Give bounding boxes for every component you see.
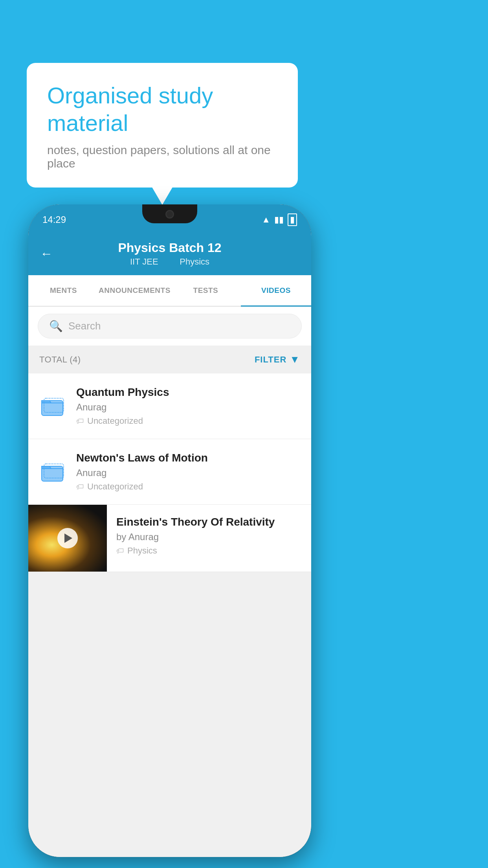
bubble-title: Organised study material (47, 82, 277, 136)
list-item[interactable]: Einstein's Theory Of Relativity by Anura… (28, 505, 311, 572)
speech-bubble: Organised study material notes, question… (27, 63, 298, 188)
tag-label: Uncategorized (87, 416, 143, 426)
video-list: Quantum Physics Anurag 🏷 Uncategorized (28, 373, 311, 572)
folder-icon (41, 395, 65, 417)
tab-ments[interactable]: MENTS (28, 275, 99, 306)
tag-icon: 🏷 (76, 417, 84, 426)
filter-button[interactable]: FILTER ▼ (255, 353, 300, 366)
wifi-icon: ▲ (262, 215, 270, 225)
search-icon: 🔍 (49, 320, 63, 333)
search-bar[interactable]: 🔍 Search (38, 314, 302, 338)
tab-announcements[interactable]: ANNOUNCEMENTS (99, 275, 171, 306)
filter-row: TOTAL (4) FILTER ▼ (28, 346, 311, 373)
filter-icon: ▼ (290, 353, 300, 366)
phone-frame: 14:29 ▲ ▮▮ ▮ ← Physics Batch 12 IIT JEE … (28, 204, 311, 857)
folder-icon (41, 461, 65, 483)
status-icons: ▲ ▮▮ ▮ (262, 210, 297, 226)
filter-label: FILTER (255, 355, 286, 365)
play-button[interactable] (57, 528, 78, 548)
tag-label: Physics (127, 546, 157, 556)
speech-bubble-wrapper: Organised study material notes, question… (27, 63, 298, 188)
header-subtitle-iit: IIT JEE (130, 257, 158, 267)
total-label: TOTAL (4) (39, 355, 81, 365)
video-tag: 🏷 Physics (116, 546, 302, 556)
video-info: Newton's Laws of Motion Anurag 🏷 Uncateg… (76, 452, 300, 492)
tag-label: Uncategorized (87, 482, 143, 492)
app-header: ← Physics Batch 12 IIT JEE Physics (28, 232, 311, 275)
play-triangle-icon (64, 533, 72, 543)
video-info: Quantum Physics Anurag 🏷 Uncategorized (76, 386, 300, 426)
video-title: Quantum Physics (76, 386, 300, 399)
battery-icon: ▮ (288, 213, 297, 226)
list-item[interactable]: Newton's Laws of Motion Anurag 🏷 Uncateg… (28, 439, 311, 505)
video-info: Einstein's Theory Of Relativity by Anura… (107, 505, 311, 567)
video-author: by Anurag (116, 531, 302, 542)
tabs-bar: MENTS ANNOUNCEMENTS TESTS VIDEOS (28, 275, 311, 307)
bubble-subtitle: notes, question papers, solutions all at… (47, 143, 277, 170)
tag-icon: 🏷 (76, 482, 84, 491)
video-title: Einstein's Theory Of Relativity (116, 516, 302, 528)
video-tag: 🏷 Uncategorized (76, 416, 300, 426)
search-placeholder: Search (68, 320, 101, 332)
video-author: Anurag (76, 467, 300, 478)
status-time: 14:29 (42, 211, 66, 225)
video-author: Anurag (76, 402, 300, 413)
back-button[interactable]: ← (40, 246, 53, 261)
content-area: 🔍 Search TOTAL (4) FILTER ▼ (28, 307, 311, 857)
tag-icon: 🏷 (116, 546, 124, 555)
camera-dot (165, 210, 174, 219)
phone-screen: 14:29 ▲ ▮▮ ▮ ← Physics Batch 12 IIT JEE … (28, 204, 311, 857)
tab-videos[interactable]: VIDEOS (241, 275, 311, 306)
video-icon-wrap (39, 461, 67, 483)
signal-icon: ▮▮ (274, 215, 284, 225)
notch (142, 204, 197, 223)
tab-tests[interactable]: TESTS (171, 275, 241, 306)
video-tag: 🏷 Uncategorized (76, 482, 300, 492)
header-subtitle: IIT JEE Physics (125, 257, 214, 267)
header-title: Physics Batch 12 (118, 241, 221, 255)
search-bar-wrapper: 🔍 Search (28, 307, 311, 346)
video-icon-wrap (39, 395, 67, 417)
video-title: Newton's Laws of Motion (76, 452, 300, 464)
header-subtitle-physics: Physics (180, 257, 209, 267)
list-item[interactable]: Quantum Physics Anurag 🏷 Uncategorized (28, 373, 311, 439)
video-thumbnail (28, 505, 107, 572)
